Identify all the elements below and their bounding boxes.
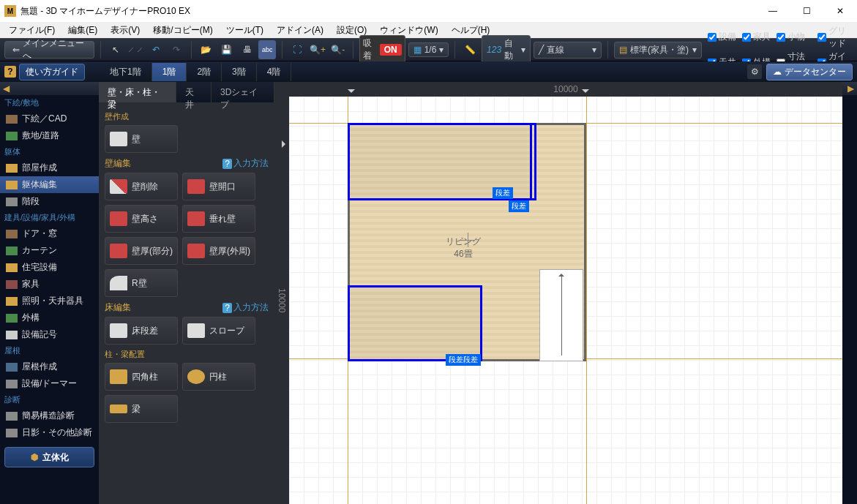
floor-1[interactable]: 1階 xyxy=(152,63,187,81)
chk-equipment[interactable]: 設備 xyxy=(708,25,736,50)
nav-exterior[interactable]: 外構 xyxy=(0,309,99,326)
center-cross-v xyxy=(468,233,468,247)
nav-edit[interactable]: 躯体編集 xyxy=(0,176,99,193)
nav-curtain[interactable]: カーテン xyxy=(0,242,99,259)
menu-edit[interactable]: 編集(E) xyxy=(62,23,103,38)
minimize-button[interactable]: — xyxy=(756,0,790,22)
ruler-vertical: 10000 xyxy=(274,97,289,504)
btn-r-wall[interactable]: R壁 xyxy=(105,269,178,297)
pal-tab-ceiling[interactable]: 天井 xyxy=(176,82,212,102)
fit-button[interactable]: ⛶ xyxy=(288,40,306,59)
grid-ratio-dropdown[interactable]: ▦ 1/6 ▾ xyxy=(408,42,449,57)
label-step-1: 段差 xyxy=(493,187,513,199)
nav-dormer[interactable]: 設備/ドーマー xyxy=(0,375,99,392)
chk-small[interactable]: 小物 xyxy=(776,25,812,50)
btn-beam[interactable]: 梁 xyxy=(105,395,178,423)
ruler-horizontal: 10000 xyxy=(289,82,842,97)
line-dropdown[interactable]: ╱ 直線 ▾ xyxy=(534,42,602,59)
step-region-2[interactable] xyxy=(348,285,482,361)
btn-wall-opening[interactable]: 壁開口 xyxy=(182,173,255,200)
text-tool[interactable]: abc xyxy=(258,40,276,59)
btn-wall-thick-part[interactable]: 壁厚(部分) xyxy=(105,237,178,265)
select-tool[interactable]: ↖ xyxy=(107,40,124,59)
help-floor-edit[interactable]: ?入力方法 xyxy=(222,301,269,314)
floor-3[interactable]: 3階 xyxy=(222,63,257,81)
menu-file[interactable]: ファイル(F) xyxy=(3,23,61,38)
nav-housing[interactable]: 住宅設備 xyxy=(0,259,99,276)
nav-hikage[interactable]: 日影・その他診断 xyxy=(0,424,99,441)
nav-roof[interactable]: 屋根作成 xyxy=(0,358,99,375)
nav-cad[interactable]: 下絵／CAD xyxy=(0,110,99,127)
sidebar-collapse[interactable]: ◀ xyxy=(0,82,99,95)
chk-furniture[interactable]: 家具 xyxy=(742,25,771,50)
nav-kani[interactable]: 簡易構造診断 xyxy=(0,407,99,424)
nav-site[interactable]: 敷地/道路 xyxy=(0,127,99,144)
canvas[interactable]: 10000 10000 段差 段差 段差段差 リビング xyxy=(274,82,842,504)
menu-addin[interactable]: アドイン(A) xyxy=(271,23,329,38)
section-tategu: 建具/設備/家具/外構 xyxy=(0,210,99,225)
chevron-down-icon: ▾ xyxy=(592,45,596,55)
auto-dropdown[interactable]: 123 自動 ▾ xyxy=(482,35,531,64)
pal-tab-wall[interactable]: 壁・床・柱・梁 xyxy=(99,82,176,102)
btn-wall-thick-out[interactable]: 壁厚(外周) xyxy=(182,237,255,265)
layer-dropdown[interactable]: ▤ 標準(家具・塗) ▾ xyxy=(614,42,702,59)
menu-view[interactable]: 表示(V) xyxy=(105,23,146,38)
datacenter-button[interactable]: ☁ データセンター xyxy=(766,64,853,80)
btn-wall-height[interactable]: 壁高さ xyxy=(105,205,178,233)
nav-stair[interactable]: 階段 xyxy=(0,193,99,210)
viewport[interactable]: 段差 段差 段差段差 リビング 46畳 xyxy=(289,97,842,504)
snap-toggle[interactable]: 吸着 ON xyxy=(359,35,405,64)
menu-tool[interactable]: ツール(T) xyxy=(220,23,269,38)
app-icon: M xyxy=(4,5,16,17)
zoom-in-button[interactable]: 🔍+ xyxy=(309,40,326,59)
make-3d-button[interactable]: ⬢ 立体化 xyxy=(4,447,94,467)
multi-tool[interactable]: ⟋⟋ xyxy=(127,40,144,59)
btn-rd-column[interactable]: 円柱 xyxy=(182,363,255,391)
pal-tab-3dshape[interactable]: 3Dシェイプ xyxy=(212,82,274,102)
section-shitae: 下絵/敷地 xyxy=(0,95,99,110)
floor-2[interactable]: 2階 xyxy=(187,63,222,81)
btn-slope[interactable]: スロープ xyxy=(182,317,255,345)
right-collapse[interactable]: ▶ xyxy=(842,82,857,95)
snap-on-badge: ON xyxy=(380,44,402,56)
help-wall-edit[interactable]: ?入力方法 xyxy=(222,157,269,170)
btn-hang-wall[interactable]: 垂れ壁 xyxy=(182,205,255,233)
mainmenu-button[interactable]: ⇐ メインメニューへ xyxy=(4,41,94,59)
save-button[interactable]: 💾 xyxy=(218,40,236,59)
left-sidebar: ◀ 下絵/敷地 下絵／CAD 敷地/道路 躯体 部屋作成 躯体編集 階段 建具/… xyxy=(0,82,99,504)
btn-wall-delete[interactable]: 壁削除 xyxy=(105,173,178,200)
window-title: 無題 - 3D マイホームデザイナーPRO10 EX xyxy=(20,5,756,18)
nav-furniture[interactable]: 家具 xyxy=(0,276,99,293)
usage-guide-button[interactable]: 使い方ガイド xyxy=(19,64,85,80)
arrow-icon xyxy=(561,275,562,356)
chevron-down-icon: ▾ xyxy=(521,45,525,55)
nav-symbol[interactable]: 設備記号 xyxy=(0,326,99,343)
chevron-down-icon: ▾ xyxy=(439,45,444,55)
gear-icon[interactable]: ⚙ xyxy=(747,64,762,79)
btn-floor-step[interactable]: 床段差 xyxy=(105,317,178,345)
chk-grid[interactable]: グリッド xyxy=(817,25,853,50)
btn-sq-column[interactable]: 四角柱 xyxy=(105,363,178,391)
grid-icon: ▦ xyxy=(413,45,422,55)
floor-4[interactable]: 4階 xyxy=(257,63,292,81)
step-region-1b xyxy=(526,123,536,200)
redo-button[interactable]: ↷ xyxy=(168,40,185,59)
cloud-icon: ☁ xyxy=(773,67,782,77)
print-button[interactable]: 🖶 xyxy=(239,40,256,59)
zoom-out-button[interactable]: 🔍- xyxy=(329,40,347,59)
maximize-button[interactable]: ☐ xyxy=(790,0,823,22)
undo-button[interactable]: ↶ xyxy=(147,40,165,59)
nav-lighting[interactable]: 照明・天井器具 xyxy=(0,293,99,309)
btn-wall[interactable]: 壁 xyxy=(105,125,178,153)
close-button[interactable]: ✕ xyxy=(823,0,857,22)
ruler-tool[interactable]: 📏 xyxy=(461,40,479,59)
help-icon[interactable]: ? xyxy=(4,66,16,78)
datacenter-label: データセンター xyxy=(785,66,846,78)
nav-door[interactable]: ドア・窓 xyxy=(0,225,99,242)
ruler-corner xyxy=(274,82,289,97)
floor-b1[interactable]: 地下1階 xyxy=(100,63,152,81)
nav-room[interactable]: 部屋作成 xyxy=(0,159,99,176)
open-button[interactable]: 📂 xyxy=(198,40,215,59)
toolbar: ⇐ メインメニューへ ↖ ⟋⟋ ↶ ↷ 📂 💾 🖶 abc ⛶ 🔍+ 🔍- 吸着… xyxy=(0,38,857,61)
menu-move[interactable]: 移動/コピー(M) xyxy=(147,23,218,38)
